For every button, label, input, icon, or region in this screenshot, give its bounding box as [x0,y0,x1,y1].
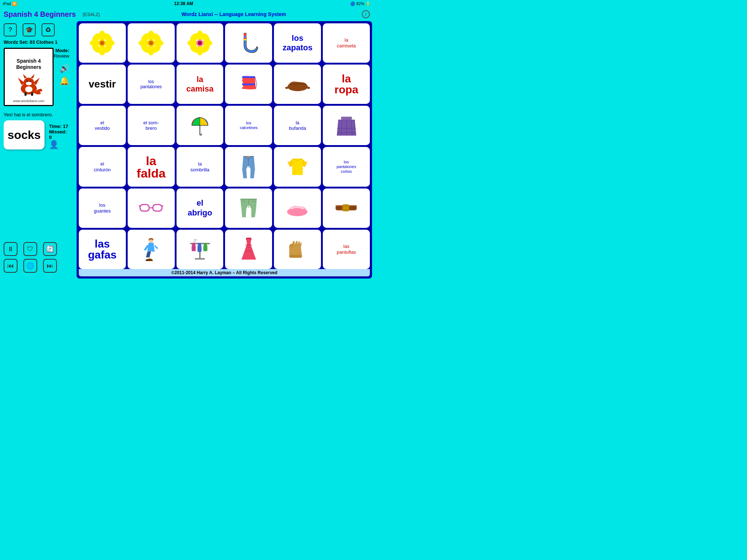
grid-cell-r1c0[interactable]: vestir [79,65,126,104]
grid-cell-r1c3[interactable] [225,65,272,104]
grid-cell-r1c1[interactable]: lospantalones [128,65,175,104]
controls-row-2: ⏮ 🌐 ⏭ [4,259,57,273]
side-icons: Mode: Review 🔊 🔔 [54,48,69,86]
grid-cell-r0c2[interactable] [177,23,224,63]
cell-text-camiseta: lacamiseta [337,37,356,48]
flower-yellow-icon [89,30,115,56]
grid-cell-r4c3[interactable] [225,188,272,228]
sound-button[interactable]: 🔊 [59,64,69,73]
cell-text-vestir: vestir [89,78,116,90]
grid-cell-r0c5[interactable]: lacamiseta [323,23,370,63]
svg-point-55 [307,87,310,89]
grid-cell-r2c2[interactable] [177,106,224,145]
svg-rect-11 [24,92,27,96]
current-word-card[interactable]: socks [4,120,44,149]
grid-cell-r1c5[interactable]: laropa [323,65,370,104]
mode-label: Mode: [55,48,69,53]
grid-cell-r2c1[interactable]: el som-brero [128,106,175,145]
svg-point-81 [293,206,295,209]
time-stat: Time: 17 [49,124,69,129]
grid-cell-r2c3[interactable]: loscalcetines [225,106,272,145]
grid-cell-r5c2[interactable] [177,230,224,269]
recycle-button[interactable]: ♻ [42,23,55,36]
grid-cell-r2c0[interactable]: elvestido [79,106,126,145]
grid-cell-r0c1[interactable] [128,23,175,63]
grid-cell-r0c4[interactable]: loszapatos [274,23,321,63]
cell-text-abrigo: elabrigo [187,198,212,218]
logo-text: Spanish 4 Beginners [16,58,41,70]
avatar-icon: 👤 [49,140,69,149]
cell-text-camisa: lacamisa [186,75,214,94]
svg-rect-58 [341,117,352,120]
svg-point-23 [100,41,104,45]
grid-cell-r3c0[interactable]: elcinturón [79,147,126,186]
graduation-button[interactable]: 🎓 [23,23,36,36]
dress-red-icon [240,237,258,262]
svg-rect-96 [195,258,205,260]
grid-cell-r3c1[interactable]: lafalda [128,147,175,186]
grid-cell-r3c2[interactable]: lasombrilla [177,147,224,186]
grid-cell-r1c2[interactable]: lacamisa [177,65,224,104]
wordz-set-label: Wordz Set: 03 Clothes 1 [4,39,69,45]
next-button[interactable]: ⏭ [43,259,57,273]
svg-rect-70 [247,156,250,158]
grid-cell-r4c5[interactable] [323,188,370,228]
info-button[interactable]: i [362,10,370,18]
svg-point-83 [299,206,301,209]
grid-cell-r5c1[interactable] [128,230,175,269]
main-grid-container: loszapatos lacamiseta vestir lospantalon… [77,21,372,279]
grid-cell-r1c4[interactable] [274,65,321,104]
svg-rect-47 [244,39,246,40]
grid-cell-r3c3[interactable] [225,147,272,186]
svg-rect-72 [153,205,162,211]
cell-text-guantes: losguantes [94,202,111,214]
header: Spanish 4 Beginners (ES4L2) Wordz Lianxi… [0,7,374,21]
cell-text-pantalones: lospantalones [140,79,162,90]
pause-button[interactable]: ⏸ [4,242,18,256]
grid-cell-r4c0[interactable]: losguantes [79,188,126,228]
help-icon: ? [8,26,12,34]
flower-yellow2-icon [138,30,164,56]
cell-text-sombrero: el som-brero [143,120,159,131]
battery-label: 🔵 82% 🔋 [350,1,371,6]
grid-cell-r5c5[interactable]: laspantuflas [323,230,370,269]
bell-button[interactable]: 🔔 [59,76,69,86]
grid-cell-r2c4[interactable]: labufanda [274,106,321,145]
grid-cell-r4c4[interactable] [274,188,321,228]
status-bar: iPad 🛜 12:38 AM 🔵 82% 🔋 [0,0,374,7]
grid-cell-r2c5[interactable] [323,106,370,145]
grid-cell-r4c1[interactable] [128,188,175,228]
jeans-icon [240,155,257,179]
globe-button[interactable]: 🌐 [23,259,37,273]
grid-cell-r3c4[interactable] [274,147,321,186]
current-word: socks [8,128,41,142]
feedback-text: Yes! hat is el sombrero. [4,112,69,117]
refresh-button[interactable]: 🔄 [43,242,57,256]
logo-url: www.wordzlianxi.com [13,99,44,103]
slippers-icon [286,198,309,218]
shield-button[interactable]: 🛡 [23,242,37,256]
grid-cell-r0c0[interactable] [79,23,126,63]
svg-rect-44 [244,33,246,36]
svg-point-10 [30,81,31,82]
restart-button[interactable]: ⏮ [4,259,18,273]
glasses-icon [138,202,164,214]
cell-text-gafas: lasgafas [88,238,116,260]
svg-rect-50 [242,83,255,85]
grid-cell-r3c5[interactable]: lospantalonescortos [323,147,370,186]
help-button[interactable]: ? [4,23,17,36]
lesson-code: (ES4L2) [77,12,106,17]
svg-point-93 [146,259,153,261]
status-left: iPad 🛜 [3,1,17,6]
mode-value: Review [54,53,69,59]
grid-cell-r5c3[interactable] [225,230,272,269]
controls-row-1: ⏸ 🛡 🔄 [4,242,57,256]
grid-cell-r5c0[interactable]: lasgafas [79,230,126,269]
device-label: iPad 🛜 [3,1,17,6]
left-panel: ? 🎓 ♻ Wordz Set: 03 Clothes 1 Spanish 4 … [0,21,73,280]
grid-cell-r0c3[interactable] [225,23,272,63]
grid-cell-r5c4[interactable] [274,230,321,269]
grid-cell-r4c2[interactable]: elabrigo [177,188,224,228]
flower-pink-icon [187,30,213,56]
svg-point-33 [149,41,153,45]
